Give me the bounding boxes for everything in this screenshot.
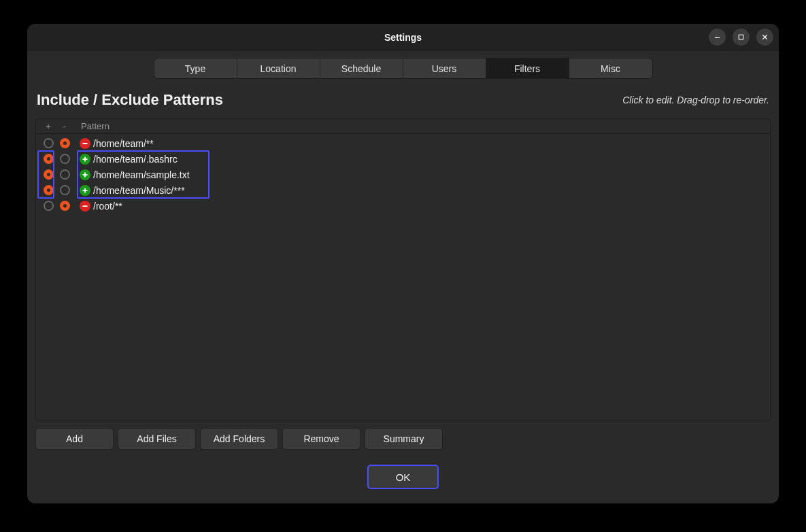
plus-radio-cell[interactable] bbox=[40, 154, 56, 164]
minus-radio[interactable] bbox=[60, 169, 70, 180]
close-button[interactable] bbox=[756, 29, 773, 46]
plus-radio[interactable] bbox=[44, 201, 54, 211]
column-plus[interactable]: + bbox=[40, 121, 56, 131]
hint-text: Click to edit. Drag-drop to re-order. bbox=[622, 95, 769, 105]
minus-radio-cell[interactable] bbox=[56, 185, 73, 195]
include-icon bbox=[80, 154, 90, 165]
tab-location[interactable]: Location bbox=[237, 59, 320, 78]
plus-radio[interactable] bbox=[44, 169, 54, 180]
pattern-text[interactable]: /home/team/Music/*** bbox=[93, 185, 185, 196]
minimize-button[interactable] bbox=[709, 29, 726, 46]
column-headers: + - Pattern bbox=[36, 119, 770, 134]
minus-radio-cell[interactable] bbox=[56, 154, 73, 164]
tabs: Type Location Schedule Users Filters Mis… bbox=[154, 58, 653, 79]
pattern-row[interactable]: /home/team/** bbox=[36, 135, 770, 151]
ok-button[interactable]: OK bbox=[367, 465, 439, 489]
add-folders-button[interactable]: Add Folders bbox=[200, 428, 278, 450]
include-icon bbox=[80, 169, 90, 180]
pattern-text[interactable]: /root/** bbox=[93, 201, 122, 212]
exclude-icon bbox=[80, 138, 90, 149]
plus-radio[interactable] bbox=[44, 185, 54, 195]
plus-radio-cell[interactable] bbox=[40, 201, 56, 211]
summary-button[interactable]: Summary bbox=[365, 428, 443, 450]
include-icon bbox=[80, 185, 90, 196]
plus-radio-cell[interactable] bbox=[40, 138, 56, 148]
pattern-row[interactable]: /root/** bbox=[36, 198, 770, 214]
pattern-text[interactable]: /home/team/** bbox=[93, 138, 154, 149]
column-pattern[interactable]: Pattern bbox=[81, 121, 110, 131]
exclude-icon bbox=[80, 201, 90, 212]
minus-radio[interactable] bbox=[60, 138, 70, 148]
minus-radio-cell[interactable] bbox=[56, 138, 73, 148]
settings-window: Settings Type Location Schedule Users Fi… bbox=[27, 24, 779, 503]
plus-radio-cell[interactable] bbox=[40, 169, 56, 180]
minus-radio[interactable] bbox=[60, 154, 70, 164]
tab-filters[interactable]: Filters bbox=[486, 59, 569, 78]
minus-radio[interactable] bbox=[60, 201, 70, 211]
page-header: Include / Exclude Patterns Click to edit… bbox=[27, 87, 779, 118]
plus-radio[interactable] bbox=[44, 138, 54, 148]
action-button-row: Add Add Files Add Folders Remove Summary bbox=[27, 421, 779, 450]
tabbar: Type Location Schedule Users Filters Mis… bbox=[27, 51, 779, 87]
plus-radio[interactable] bbox=[44, 154, 54, 164]
window-title: Settings bbox=[384, 32, 422, 43]
add-files-button[interactable]: Add Files bbox=[118, 428, 196, 450]
minus-radio[interactable] bbox=[60, 185, 70, 195]
maximize-button[interactable] bbox=[733, 29, 750, 46]
plus-radio-cell[interactable] bbox=[40, 185, 56, 195]
window-controls bbox=[709, 29, 773, 46]
svg-rect-1 bbox=[739, 35, 743, 39]
pattern-row[interactable]: /home/team/Music/*** bbox=[36, 182, 770, 198]
tab-misc[interactable]: Misc bbox=[569, 59, 652, 78]
tab-type[interactable]: Type bbox=[154, 59, 237, 78]
pattern-row[interactable]: /home/team/sample.txt bbox=[36, 167, 770, 182]
tab-users[interactable]: Users bbox=[403, 59, 486, 78]
page-title: Include / Exclude Patterns bbox=[37, 91, 223, 109]
minus-radio-cell[interactable] bbox=[56, 169, 73, 180]
pattern-text[interactable]: /home/team/sample.txt bbox=[93, 169, 190, 180]
tab-schedule[interactable]: Schedule bbox=[320, 59, 403, 78]
add-button[interactable]: Add bbox=[35, 428, 114, 450]
column-minus[interactable]: - bbox=[56, 121, 73, 131]
remove-button[interactable]: Remove bbox=[282, 428, 360, 450]
ok-row: OK bbox=[27, 450, 779, 489]
pattern-list: + - Pattern /home/team/**/home/team/.bas… bbox=[35, 118, 771, 421]
titlebar: Settings bbox=[27, 24, 779, 51]
minus-radio-cell[interactable] bbox=[56, 201, 73, 211]
rows-container: /home/team/**/home/team/.bashrc/home/tea… bbox=[36, 134, 770, 214]
pattern-row[interactable]: /home/team/.bashrc bbox=[36, 151, 770, 167]
pattern-text[interactable]: /home/team/.bashrc bbox=[93, 154, 178, 165]
